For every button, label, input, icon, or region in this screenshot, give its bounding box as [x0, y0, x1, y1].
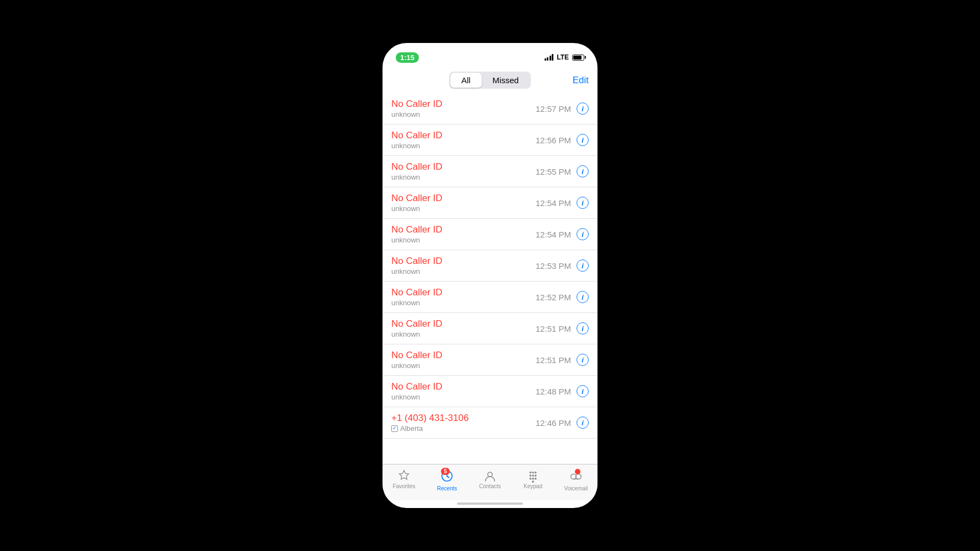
- edit-button[interactable]: Edit: [573, 75, 589, 86]
- svg-point-1: [488, 472, 492, 477]
- call-time: 12:48 PM: [536, 387, 571, 396]
- call-info-button[interactable]: i: [577, 260, 589, 272]
- call-time: 12:46 PM: [536, 418, 571, 428]
- call-right: 12:54 PMi: [536, 228, 589, 240]
- tab-bar: Favorites 5 Recents Contacts: [383, 464, 597, 500]
- keypad-icon: [526, 469, 540, 483]
- call-right: 12:52 PMi: [536, 291, 589, 303]
- tab-recents[interactable]: 5 Recents: [429, 469, 465, 491]
- caller-sub-checkbox: Alberta: [391, 424, 469, 433]
- caller-name: No Caller ID: [391, 99, 443, 110]
- call-right: 12:51 PMi: [536, 354, 589, 366]
- call-time: 12:56 PM: [536, 136, 571, 145]
- call-info-button[interactable]: i: [577, 354, 589, 366]
- phone-frame: 1:15 LTE All Missed Edit No Caller IDunk…: [383, 43, 597, 508]
- call-info-button[interactable]: i: [577, 322, 589, 334]
- svg-point-2: [530, 472, 532, 474]
- voicemail-icon-wrap: [569, 469, 583, 485]
- call-info: No Caller IDunknown: [391, 161, 443, 181]
- call-item[interactable]: +1 (403) 431-3106Alberta12:46 PMi: [383, 407, 597, 439]
- svg-point-12: [571, 474, 576, 479]
- svg-point-5: [530, 474, 532, 477]
- filter-missed-button[interactable]: Missed: [482, 73, 530, 88]
- call-info: No Caller IDunknown: [391, 99, 443, 118]
- status-right: LTE: [545, 53, 584, 61]
- caller-sub: unknown: [391, 110, 443, 118]
- call-right: 12:51 PMi: [536, 322, 589, 334]
- tab-keypad[interactable]: Keypad: [515, 469, 551, 489]
- call-item[interactable]: No Caller IDunknown12:51 PMi: [383, 344, 597, 376]
- call-info-button[interactable]: i: [577, 291, 589, 303]
- caller-sub: unknown: [391, 330, 443, 338]
- call-info-button[interactable]: i: [577, 102, 589, 115]
- call-item[interactable]: No Caller IDunknown12:55 PMi: [383, 156, 597, 187]
- keypad-label: Keypad: [524, 483, 542, 489]
- call-item[interactable]: No Caller IDunknown12:57 PMi: [383, 93, 597, 125]
- tab-favorites[interactable]: Favorites: [386, 469, 422, 489]
- caller-name: No Caller ID: [391, 287, 443, 298]
- call-time: 12:51 PM: [536, 324, 571, 333]
- home-indicator: [457, 503, 523, 505]
- caller-name: No Caller ID: [391, 350, 443, 361]
- call-info-button[interactable]: i: [577, 197, 589, 209]
- call-info: No Caller IDunknown: [391, 381, 443, 401]
- call-info-button[interactable]: i: [577, 228, 589, 240]
- call-info-button[interactable]: i: [577, 134, 589, 146]
- caller-name: No Caller ID: [391, 130, 443, 141]
- call-item[interactable]: No Caller IDunknown12:48 PMi: [383, 376, 597, 407]
- caller-sub: unknown: [391, 267, 443, 276]
- status-time: 1:15: [396, 52, 419, 63]
- contacts-label: Contacts: [479, 483, 500, 489]
- svg-point-4: [535, 472, 537, 474]
- filter-all-button[interactable]: All: [450, 73, 482, 88]
- caller-location: Alberta: [400, 424, 423, 433]
- voicemail-label: Voicemail: [564, 485, 588, 491]
- tab-voicemail[interactable]: Voicemail: [558, 469, 594, 491]
- svg-point-3: [532, 472, 534, 474]
- lte-indicator: LTE: [557, 53, 569, 61]
- svg-point-9: [532, 478, 534, 480]
- caller-name: No Caller ID: [391, 256, 443, 267]
- status-bar: 1:15 LTE: [383, 43, 597, 67]
- call-time: 12:52 PM: [536, 293, 571, 302]
- call-info: No Caller IDunknown: [391, 287, 443, 307]
- caller-sub: unknown: [391, 299, 443, 307]
- call-list: No Caller IDunknown12:57 PMiNo Caller ID…: [383, 93, 597, 464]
- caller-sub: unknown: [391, 236, 443, 244]
- call-item[interactable]: No Caller IDunknown12:54 PMi: [383, 219, 597, 250]
- call-item[interactable]: No Caller IDunknown12:52 PMi: [383, 282, 597, 313]
- call-info-button[interactable]: i: [577, 385, 589, 397]
- call-info: No Caller IDunknown: [391, 130, 443, 150]
- call-info: +1 (403) 431-3106Alberta: [391, 413, 469, 433]
- call-info-button[interactable]: i: [577, 165, 589, 177]
- call-item[interactable]: No Caller IDunknown12:56 PMi: [383, 125, 597, 156]
- caller-name: No Caller ID: [391, 161, 443, 172]
- voicemail-badge: [575, 469, 580, 474]
- caller-name: No Caller ID: [391, 193, 443, 204]
- call-info: No Caller IDunknown: [391, 350, 443, 370]
- caller-name: No Caller ID: [391, 224, 443, 235]
- call-info: No Caller IDunknown: [391, 318, 443, 338]
- call-time: 12:57 PM: [536, 104, 571, 114]
- svg-point-13: [576, 474, 581, 479]
- caller-name: +1 (403) 431-3106: [391, 413, 469, 424]
- call-item[interactable]: No Caller IDunknown12:51 PMi: [383, 313, 597, 344]
- call-right: 12:54 PMi: [536, 197, 589, 209]
- tab-contacts[interactable]: Contacts: [472, 469, 508, 489]
- checkbox-icon: [391, 425, 398, 432]
- battery-icon: [572, 55, 584, 61]
- caller-sub: unknown: [391, 361, 443, 370]
- filter-toggle: All Missed: [449, 72, 531, 89]
- call-info-button[interactable]: i: [577, 417, 589, 429]
- call-right: 12:57 PMi: [536, 102, 589, 115]
- favorites-icon: [397, 469, 411, 483]
- call-item[interactable]: No Caller IDunknown12:53 PMi: [383, 250, 597, 282]
- call-right: 12:53 PMi: [536, 260, 589, 272]
- caller-name: No Caller ID: [391, 381, 443, 392]
- call-time: 12:54 PM: [536, 230, 571, 239]
- call-item[interactable]: No Caller IDunknown12:54 PMi: [383, 187, 597, 219]
- caller-sub: unknown: [391, 142, 443, 150]
- call-info: No Caller IDunknown: [391, 256, 443, 276]
- recents-badge: 5: [441, 468, 450, 475]
- call-time: 12:51 PM: [536, 355, 571, 365]
